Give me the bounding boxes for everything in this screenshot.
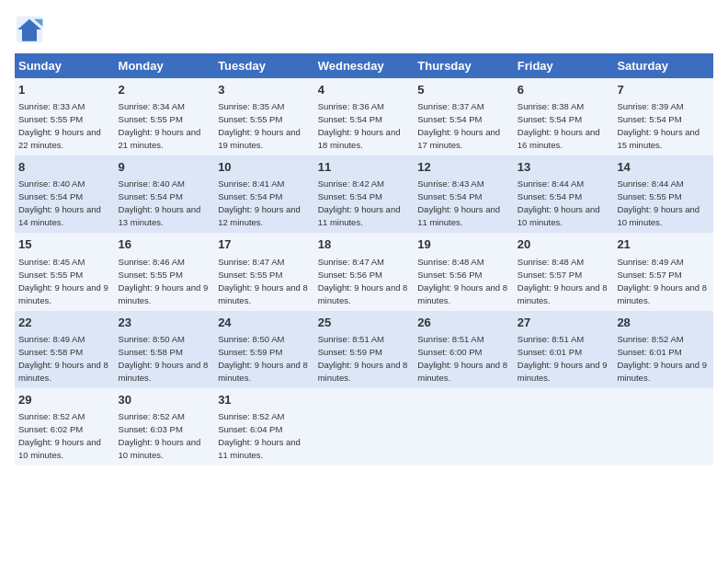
- day-number: 24: [218, 315, 311, 331]
- day-number: 23: [119, 315, 211, 331]
- sunset-info: Sunset: 5:55 PM: [119, 114, 183, 124]
- sunrise-info: Sunrise: 8:52 AM: [617, 334, 683, 344]
- calendar-cell: [514, 388, 614, 465]
- daylight-info: Daylight: 9 hours and 11 minutes.: [417, 204, 500, 227]
- sunset-info: Sunset: 5:54 PM: [518, 114, 582, 124]
- sunset-info: Sunset: 5:58 PM: [18, 347, 83, 357]
- daylight-info: Daylight: 9 hours and 21 minutes.: [119, 127, 201, 150]
- calendar-cell: [314, 388, 415, 465]
- sunset-info: Sunset: 5:58 PM: [119, 347, 183, 357]
- sunrise-info: Sunrise: 8:36 AM: [318, 101, 384, 111]
- day-number: 1: [18, 82, 111, 98]
- sunrise-info: Sunrise: 8:38 AM: [518, 101, 584, 111]
- day-number: 13: [518, 159, 610, 176]
- sunset-info: Sunset: 5:55 PM: [218, 114, 282, 124]
- sunset-info: Sunset: 5:59 PM: [318, 347, 382, 357]
- day-number: 7: [617, 82, 710, 98]
- calendar-cell: 6 Sunrise: 8:38 AM Sunset: 5:54 PM Dayli…: [514, 78, 614, 155]
- sunset-info: Sunset: 5:57 PM: [518, 270, 582, 280]
- daylight-info: Daylight: 9 hours and 8 minutes.: [518, 282, 608, 305]
- day-number: 30: [119, 392, 211, 408]
- sunset-info: Sunset: 5:54 PM: [18, 191, 83, 201]
- sunset-info: Sunset: 5:54 PM: [617, 114, 681, 124]
- sunset-info: Sunset: 5:56 PM: [318, 270, 382, 280]
- header-cell-friday: Friday: [514, 53, 614, 78]
- daylight-info: Daylight: 9 hours and 9 minutes.: [119, 282, 209, 305]
- sunrise-info: Sunrise: 8:52 AM: [119, 411, 185, 421]
- day-number: 29: [18, 392, 111, 408]
- calendar-cell: 11 Sunrise: 8:42 AM Sunset: 5:54 PM Dayl…: [314, 155, 415, 233]
- calendar-week-row: 15 Sunrise: 8:45 AM Sunset: 5:55 PM Dayl…: [15, 233, 713, 310]
- sunrise-info: Sunrise: 8:33 AM: [18, 101, 85, 111]
- sunset-info: Sunset: 6:04 PM: [218, 424, 282, 434]
- sunset-info: Sunset: 5:59 PM: [218, 347, 282, 357]
- sunrise-info: Sunrise: 8:42 AM: [318, 178, 384, 189]
- daylight-info: Daylight: 9 hours and 9 minutes.: [18, 282, 108, 305]
- calendar-cell: 8 Sunrise: 8:40 AM Sunset: 5:54 PM Dayli…: [15, 155, 115, 233]
- calendar-cell: 15 Sunrise: 8:45 AM Sunset: 5:55 PM Dayl…: [15, 233, 115, 310]
- calendar-cell: 10 Sunrise: 8:41 AM Sunset: 5:54 PM Dayl…: [214, 155, 314, 233]
- logo: [15, 15, 48, 44]
- calendar-header-row: SundayMondayTuesdayWednesdayThursdayFrid…: [15, 53, 713, 78]
- day-number: 25: [318, 315, 411, 331]
- calendar-cell: 30 Sunrise: 8:52 AM Sunset: 6:03 PM Dayl…: [115, 388, 215, 465]
- day-number: 10: [218, 159, 311, 176]
- sunrise-info: Sunrise: 8:39 AM: [617, 101, 683, 111]
- calendar-table: SundayMondayTuesdayWednesdayThursdayFrid…: [15, 53, 713, 465]
- sunset-info: Sunset: 5:54 PM: [318, 114, 382, 124]
- sunset-info: Sunset: 5:55 PM: [218, 270, 282, 280]
- daylight-info: Daylight: 9 hours and 8 minutes.: [417, 360, 507, 383]
- daylight-info: Daylight: 9 hours and 16 minutes.: [518, 127, 600, 150]
- sunrise-info: Sunrise: 8:34 AM: [119, 101, 185, 111]
- calendar-cell: 5 Sunrise: 8:37 AM Sunset: 5:54 PM Dayli…: [414, 78, 514, 155]
- day-number: 31: [218, 392, 311, 408]
- calendar-cell: 7 Sunrise: 8:39 AM Sunset: 5:54 PM Dayli…: [613, 78, 713, 155]
- calendar-week-row: 1 Sunrise: 8:33 AM Sunset: 5:55 PM Dayli…: [15, 78, 713, 155]
- sunset-info: Sunset: 5:54 PM: [218, 191, 282, 201]
- daylight-info: Daylight: 9 hours and 10 minutes.: [617, 204, 700, 227]
- header-cell-monday: Monday: [115, 53, 215, 78]
- sunrise-info: Sunrise: 8:49 AM: [18, 334, 85, 344]
- calendar-week-row: 29 Sunrise: 8:52 AM Sunset: 6:02 PM Dayl…: [15, 388, 713, 465]
- calendar-cell: 16 Sunrise: 8:46 AM Sunset: 5:55 PM Dayl…: [115, 233, 215, 310]
- sunset-info: Sunset: 5:54 PM: [417, 191, 482, 201]
- daylight-info: Daylight: 9 hours and 8 minutes.: [617, 282, 707, 305]
- day-number: 11: [318, 159, 411, 176]
- daylight-info: Daylight: 9 hours and 8 minutes.: [417, 282, 507, 305]
- sunrise-info: Sunrise: 8:50 AM: [119, 334, 185, 344]
- daylight-info: Daylight: 9 hours and 15 minutes.: [617, 127, 700, 150]
- calendar-cell: [414, 388, 514, 465]
- daylight-info: Daylight: 9 hours and 10 minutes.: [119, 437, 201, 460]
- calendar-cell: 13 Sunrise: 8:44 AM Sunset: 5:54 PM Dayl…: [514, 155, 614, 233]
- sunrise-info: Sunrise: 8:49 AM: [617, 257, 683, 267]
- sunset-info: Sunset: 5:54 PM: [518, 191, 582, 201]
- calendar-cell: 23 Sunrise: 8:50 AM Sunset: 5:58 PM Dayl…: [115, 311, 215, 388]
- calendar-cell: 14 Sunrise: 8:44 AM Sunset: 5:55 PM Dayl…: [613, 155, 713, 233]
- sunrise-info: Sunrise: 8:52 AM: [218, 411, 284, 421]
- calendar-cell: 31 Sunrise: 8:52 AM Sunset: 6:04 PM Dayl…: [214, 388, 314, 465]
- calendar-cell: 22 Sunrise: 8:49 AM Sunset: 5:58 PM Dayl…: [15, 311, 115, 388]
- sunrise-info: Sunrise: 8:47 AM: [218, 257, 284, 267]
- calendar-cell: 29 Sunrise: 8:52 AM Sunset: 6:02 PM Dayl…: [15, 388, 115, 465]
- daylight-info: Daylight: 9 hours and 10 minutes.: [518, 204, 600, 227]
- day-number: 15: [18, 236, 111, 253]
- daylight-info: Daylight: 9 hours and 11 minutes.: [318, 204, 401, 227]
- sunset-info: Sunset: 5:55 PM: [119, 270, 183, 280]
- header-cell-tuesday: Tuesday: [214, 53, 314, 78]
- calendar-cell: 3 Sunrise: 8:35 AM Sunset: 5:55 PM Dayli…: [214, 78, 314, 155]
- calendar-week-row: 22 Sunrise: 8:49 AM Sunset: 5:58 PM Dayl…: [15, 311, 713, 388]
- sunset-info: Sunset: 5:54 PM: [119, 191, 183, 201]
- sunrise-info: Sunrise: 8:46 AM: [119, 257, 185, 267]
- sunrise-info: Sunrise: 8:52 AM: [18, 411, 85, 421]
- day-number: 12: [417, 159, 510, 176]
- sunrise-info: Sunrise: 8:47 AM: [318, 257, 384, 267]
- calendar-week-row: 8 Sunrise: 8:40 AM Sunset: 5:54 PM Dayli…: [15, 155, 713, 233]
- day-number: 4: [318, 82, 411, 98]
- daylight-info: Daylight: 9 hours and 9 minutes.: [617, 360, 707, 383]
- calendar-cell: 26 Sunrise: 8:51 AM Sunset: 6:00 PM Dayl…: [414, 311, 514, 388]
- calendar-cell: 21 Sunrise: 8:49 AM Sunset: 5:57 PM Dayl…: [613, 233, 713, 310]
- calendar-cell: 24 Sunrise: 8:50 AM Sunset: 5:59 PM Dayl…: [214, 311, 314, 388]
- daylight-info: Daylight: 9 hours and 8 minutes.: [18, 360, 108, 383]
- calendar-cell: 28 Sunrise: 8:52 AM Sunset: 6:01 PM Dayl…: [613, 311, 713, 388]
- daylight-info: Daylight: 9 hours and 11 minutes.: [218, 437, 301, 460]
